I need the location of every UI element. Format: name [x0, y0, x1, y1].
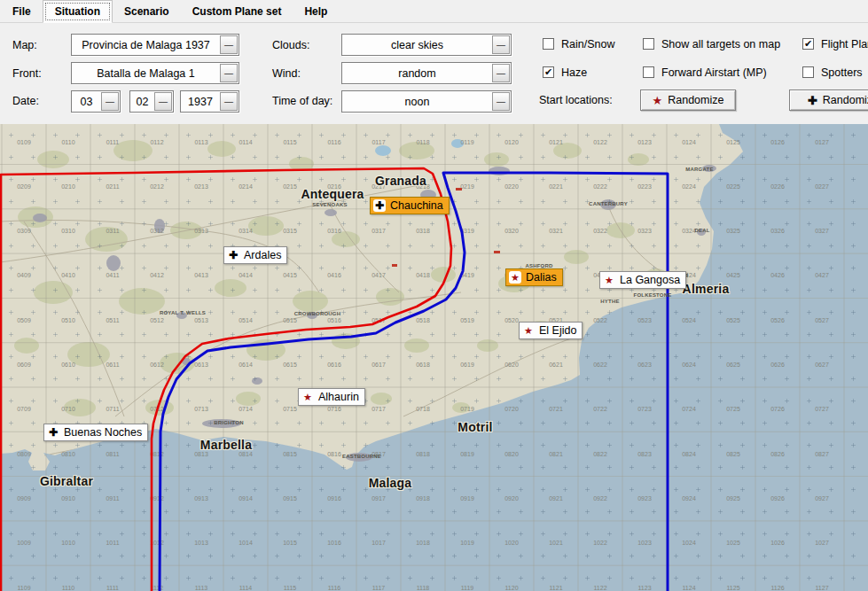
date-month-value: 02	[130, 96, 154, 108]
base-map-town-label: BRIGHTON	[214, 420, 244, 425]
dropdown-arrow-icon[interactable]: —	[220, 64, 238, 82]
wind-select[interactable]: random —	[341, 62, 512, 84]
clouds-select[interactable]: clear skies —	[341, 34, 512, 56]
base-map-town-label: MARGATE	[685, 167, 713, 172]
date-day-select[interactable]: 03 —	[71, 90, 121, 113]
airfield-label-buenas-noches[interactable]: ✚Buenas Noches	[43, 424, 148, 441]
spotters-label: Spotters	[821, 66, 863, 79]
dropdown-arrow-icon[interactable]: —	[154, 92, 172, 111]
flight-plan-checkbox[interactable]: ✔	[802, 38, 814, 50]
tab-scenario[interactable]: Scenario	[113, 1, 181, 22]
city-label-motril: Motril	[457, 420, 492, 434]
red-star-icon: ★	[301, 391, 314, 403]
red-star-icon: ★	[509, 271, 521, 284]
randomize-start-locations-button-label: Randomize	[668, 94, 723, 106]
haze-checkbox[interactable]: ✔	[543, 66, 554, 78]
base-map-town-label: CANTERBURY	[589, 201, 628, 206]
show-all-targets-checkbox[interactable]	[643, 38, 654, 50]
map-labels-layer: SEVENOAKSCROWBOROUGHCANTERBURYASHFORDHYT…	[0, 124, 868, 591]
date-day-value: 03	[72, 96, 101, 108]
tab-file[interactable]: File	[1, 1, 43, 22]
date-month-select[interactable]: 02 —	[129, 90, 174, 113]
map-label: Map:	[12, 39, 37, 51]
base-map-town-label: ROYAL T. WELLS	[160, 310, 206, 315]
airfield-label-ardales[interactable]: ✚Ardales	[223, 246, 287, 264]
front-select-value: Batalla de Malaga 1	[72, 67, 220, 80]
base-map-town-label: HYTHE	[600, 299, 619, 304]
black-cross-icon: ✚	[808, 95, 817, 106]
dropdown-arrow-icon[interactable]: —	[220, 35, 238, 54]
wind-select-value: random	[342, 67, 492, 80]
base-map-town-label: EASTBOURNE	[342, 454, 381, 459]
forward-airstart-label: Forward Airstart (MP)	[661, 66, 767, 79]
airfield-name: Ardales	[244, 249, 281, 261]
black-cross-icon: ✚	[47, 426, 59, 439]
menu-tab-bar: File Situation Scenario Custom Plane set…	[0, 0, 868, 23]
map-select[interactable]: Provincia de Malaga 1937 —	[71, 34, 239, 56]
wind-label: Wind:	[272, 67, 301, 80]
map-select-value: Provincia de Malaga 1937	[72, 39, 220, 51]
rain-snow-checkbox[interactable]	[543, 38, 554, 50]
dropdown-arrow-icon[interactable]: —	[492, 35, 510, 54]
front-label: Front:	[12, 67, 42, 80]
randomize-start-locations-button[interactable]: ★ Randomize	[640, 89, 736, 111]
date-year-value: 1937	[181, 96, 220, 108]
randomize-flight-plans-button[interactable]: ✚ Randomize	[789, 89, 868, 111]
base-map-town-label: FOLKESTONE	[634, 292, 672, 298]
red-star-icon: ★	[653, 95, 663, 106]
time-of-day-select[interactable]: noon —	[341, 90, 512, 113]
mission-editor-window: File Situation Scenario Custom Plane set…	[0, 0, 868, 591]
red-star-icon: ★	[603, 274, 615, 286]
dropdown-arrow-icon[interactable]: —	[492, 64, 510, 82]
checkmark-icon: ✔	[543, 67, 553, 77]
airfield-name: Chauchina	[390, 199, 443, 212]
date-year-select[interactable]: 1937 —	[180, 90, 239, 113]
rain-snow-label: Rain/Snow	[561, 38, 614, 51]
airfield-label-la-gangosa[interactable]: ★La Gangosa	[599, 271, 686, 289]
city-label-malaga: Malaga	[369, 476, 412, 490]
haze-label: Haze	[561, 66, 587, 79]
date-label: Date:	[12, 95, 39, 107]
time-of-day-value: noon	[342, 96, 492, 108]
flight-plan-label: Flight Plan	[821, 38, 868, 51]
airfield-label-chauchina[interactable]: ✚Chauchina	[370, 197, 450, 214]
checkmark-icon: ✔	[803, 39, 813, 49]
city-label-gibraltar: Gibraltar	[40, 474, 93, 488]
airfield-name: Buenas Noches	[64, 426, 142, 439]
airfield-label-dalias[interactable]: ★Dalias	[505, 268, 563, 286]
tab-help[interactable]: Help	[293, 1, 339, 22]
dropdown-arrow-icon[interactable]: —	[220, 92, 238, 111]
spotters-checkbox[interactable]	[802, 66, 814, 78]
base-map-town-label: CROWBOROUGH	[294, 311, 341, 316]
city-label-antequera: Antequera	[301, 187, 364, 201]
show-all-targets-label: Show all targets on map	[661, 38, 780, 51]
base-map-town-label: DEAL	[694, 228, 709, 233]
dropdown-arrow-icon[interactable]: —	[492, 92, 510, 111]
red-star-icon: ★	[522, 324, 535, 337]
map-viewport[interactable]: 0109011001110112011301140115011601170118…	[0, 124, 868, 591]
clouds-label: Clouds:	[272, 39, 309, 51]
tab-situation[interactable]: Situation	[43, 0, 113, 23]
forward-airstart-checkbox[interactable]	[643, 66, 654, 78]
airfield-name: El Ejido	[539, 324, 576, 337]
base-map-town-label: SEVENOAKS	[312, 202, 347, 207]
airfield-name: La Gangosa	[620, 274, 680, 286]
randomize-flight-plans-button-label: Randomize	[823, 94, 868, 106]
airfield-label-alhaurin[interactable]: ★Alhaurin	[298, 388, 365, 406]
city-label-marbella: Marbella	[200, 438, 252, 452]
dropdown-arrow-icon[interactable]: —	[101, 92, 119, 111]
tab-custom-plane-set[interactable]: Custom Plane set	[181, 1, 293, 22]
city-label-almeria: Almeria	[683, 282, 730, 296]
front-select[interactable]: Batalla de Malaga 1 —	[71, 62, 239, 84]
airfield-name: Alhaurin	[318, 391, 359, 403]
clouds-select-value: clear skies	[342, 39, 492, 51]
time-of-day-label: Time of day:	[272, 95, 332, 107]
black-cross-icon: ✚	[373, 199, 386, 212]
start-locations-label: Start locations:	[539, 94, 613, 106]
airfield-label-el-ejido[interactable]: ★El Ejido	[519, 322, 583, 339]
city-label-granada: Granada	[375, 174, 426, 188]
airfield-name: Dalias	[526, 271, 557, 284]
situation-settings-panel: Map: Front: Date: Provincia de Malaga 19…	[0, 23, 868, 124]
black-cross-icon: ✚	[227, 249, 239, 261]
